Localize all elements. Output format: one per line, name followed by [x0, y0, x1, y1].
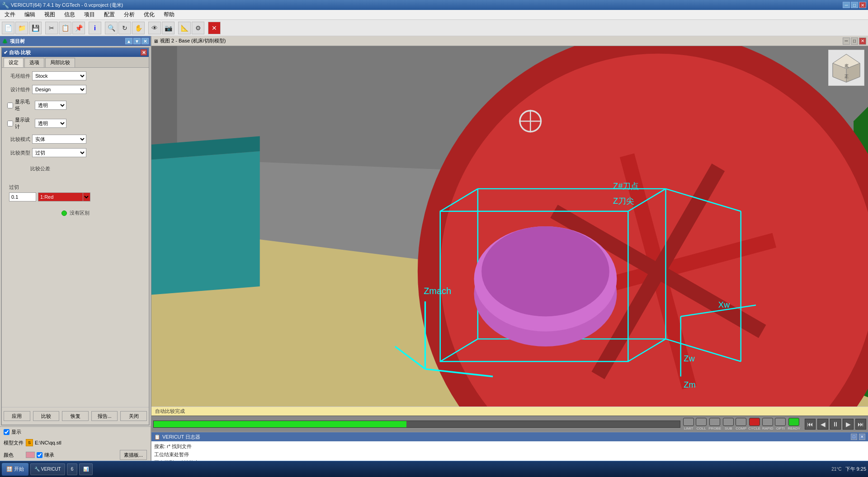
dialog-tab-2[interactable]: 局部比较 — [45, 58, 75, 67]
playback-pause-button[interactable]: ⏸ — [830, 419, 841, 430]
menu-item-优化[interactable]: 优化 — [141, 10, 157, 19]
show-stock-checkbox[interactable] — [7, 103, 13, 108]
taskbar-right: 21°C 下午 9:25 — [831, 466, 866, 472]
main-area: 🌲 项目树 ▲ ▼ ✕ ✔ 自动-比较 ✕ 设定选项局部比较 毛坯组件 — [0, 36, 868, 477]
close-button[interactable]: ✕ — [859, 2, 866, 8]
menu-item-文件[interactable]: 文件 — [2, 10, 18, 19]
indicator-probe: PROBE — [708, 418, 721, 430]
log-title-text: VERICUT 日志器 — [162, 434, 200, 440]
view-button[interactable]: 👁 — [148, 22, 161, 34]
svg-text:Z刀尖: Z刀尖 — [613, 196, 634, 206]
playback-start-button[interactable]: ⏮ — [805, 419, 816, 430]
dialog-title-bar: ✔ 自动-比较 ✕ — [2, 48, 149, 57]
stop-button[interactable]: ✕ — [208, 22, 221, 34]
dialog-tab-0[interactable]: 设定 — [4, 58, 24, 67]
dialog-btn-恢复[interactable]: 恢复 — [62, 411, 89, 421]
pan-button[interactable]: ✋ — [132, 22, 145, 34]
stock-select[interactable]: Stock — [32, 71, 86, 80]
new-button[interactable]: 📄 — [2, 22, 14, 34]
menu-item-配置[interactable]: 配置 — [101, 10, 118, 19]
color-select[interactable]: ▼ — [83, 192, 90, 201]
title-bar-controls[interactable]: ─ □ ✕ — [843, 2, 866, 8]
menu-item-视图[interactable]: 视图 — [42, 10, 58, 19]
panel-up-button[interactable]: ▲ — [125, 38, 132, 44]
show-design-mode[interactable]: 透明 — [35, 119, 66, 128]
indicator-rapid: RAPID — [762, 418, 773, 430]
viewport-3d[interactable]: Zmach Xw Zm Zw Z#刀点 Z刀尖 — [151, 46, 868, 407]
playback-prev-button[interactable]: ◀ — [817, 419, 828, 430]
cut-button[interactable]: ✂ — [45, 22, 58, 34]
temperature: 21°C — [831, 467, 841, 472]
rotate-button[interactable]: ↻ — [118, 22, 131, 34]
taskbar-vericut[interactable]: 🔧 VERICUT — [30, 463, 65, 475]
right-panel: 🖥 视图 2 - Base (机床/切削模型) ─ □ ✕ — [151, 36, 868, 477]
menu-item-编辑[interactable]: 编辑 — [22, 10, 38, 19]
taskbar-item-empty[interactable]: 📊 — [79, 463, 93, 475]
navigation-cube[interactable]: 底 正 — [828, 50, 864, 86]
panel-close-button[interactable]: ✕ — [142, 38, 149, 44]
dialog-tab-1[interactable]: 选项 — [24, 58, 44, 67]
indicator-cycle: CYCLE — [748, 418, 760, 430]
dialog-btn-应用[interactable]: 应用 — [4, 411, 30, 421]
overcut-value-input[interactable] — [9, 192, 36, 201]
menu-item-信息[interactable]: 信息 — [61, 10, 78, 19]
menu-item-项目[interactable]: 项目 — [81, 10, 98, 19]
open-button[interactable]: 📁 — [15, 22, 28, 34]
show-checkbox[interactable] — [4, 429, 9, 435]
dialog-tabs: 设定选项局部比较 — [2, 57, 149, 68]
dialog-btn-关闭[interactable]: 关闭 — [120, 411, 147, 421]
paste-button[interactable]: 📌 — [72, 22, 85, 34]
maximize-button[interactable]: □ — [851, 2, 858, 8]
log-close-button[interactable]: ✕ — [859, 434, 865, 440]
limit-label: LIMIT — [684, 426, 693, 430]
opti-label: OPTI — [776, 426, 785, 430]
camera-button[interactable]: 📷 — [162, 22, 175, 34]
view-minimize-button[interactable]: ─ — [843, 37, 850, 45]
color-label: 1:Red — [40, 194, 53, 200]
compare-mode-label: 比较模式 — [5, 136, 30, 143]
start-button[interactable]: 🪟 开始 — [2, 463, 28, 476]
svg-marker-4 — [151, 151, 260, 302]
info-button[interactable]: i — [89, 22, 101, 34]
show-design-label: 显示设计 — [15, 117, 33, 130]
compare-type-select[interactable]: 过切 — [32, 148, 86, 157]
dialog-btn-报告...[interactable]: 报告... — [91, 411, 118, 421]
model-file-path: E:\NC\qq.stl — [35, 440, 61, 445]
menu-item-分析[interactable]: 分析 — [121, 10, 137, 19]
view-title: 视图 2 - Base (机床/切削模型) — [160, 37, 226, 44]
app-title: VERICUT(64) 7.4.1 by CGTech - 0.vcprojec… — [11, 2, 123, 9]
settings-button[interactable]: ⚙ — [192, 22, 204, 34]
measure-button[interactable]: 📐 — [178, 22, 191, 34]
taskbar-item-6[interactable]: 6 — [67, 463, 78, 475]
dialog-btn-比较[interactable]: 比较 — [33, 411, 60, 421]
save-button[interactable]: 💾 — [29, 22, 42, 34]
dialog-title: 自动-比较 — [9, 50, 31, 55]
minimize-button[interactable]: ─ — [843, 2, 850, 8]
project-tree-title: 项目树 — [10, 38, 25, 45]
copy-button[interactable]: 📋 — [59, 22, 71, 34]
svg-point-28 — [481, 226, 609, 317]
playback-play-button[interactable]: ▶ — [843, 419, 854, 430]
log-expand-button[interactable]: □ — [851, 434, 857, 440]
dialog-close-button[interactable]: ✕ — [141, 49, 147, 56]
view-title-bar: 🖥 视图 2 - Base (机床/切削模型) ─ □ ✕ — [151, 36, 868, 46]
svg-text:正: 正 — [844, 74, 849, 79]
show-design-checkbox[interactable] — [7, 121, 13, 126]
view-maximize-button[interactable]: □ — [851, 37, 858, 45]
sketch-button[interactable]: 素描板... — [120, 450, 147, 460]
playback-end-button[interactable]: ⏭ — [855, 419, 866, 430]
probe-label: PROBE — [708, 426, 721, 430]
show-design-row: 显示设计 透明 — [5, 117, 145, 130]
menu-item-帮助[interactable]: 帮助 — [161, 10, 177, 19]
compare-mode-select[interactable]: 实体 — [32, 135, 86, 144]
inherit-checkbox[interactable] — [37, 452, 42, 458]
progress-bar-container — [153, 421, 680, 428]
zoom-in-button[interactable]: 🔍 — [105, 22, 118, 34]
indicator-ready: READY — [788, 418, 800, 430]
color-swatch[interactable] — [26, 452, 35, 458]
svg-text:Zmach: Zmach — [424, 286, 451, 296]
view-close-button[interactable]: ✕ — [859, 37, 866, 45]
panel-down-button[interactable]: ▼ — [133, 38, 141, 44]
design-select[interactable]: Design — [32, 85, 86, 94]
show-stock-mode[interactable]: 透明 — [35, 101, 66, 110]
